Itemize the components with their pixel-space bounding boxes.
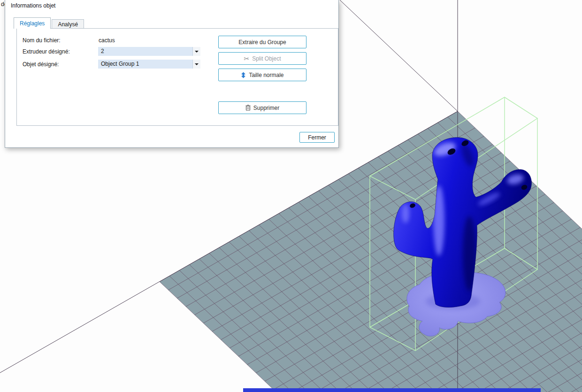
- filename-label: Nom du fichier:: [23, 37, 61, 44]
- trash-icon: [245, 105, 251, 111]
- split-object-button[interactable]: ✂ Split Object: [218, 52, 306, 65]
- extract-group-button[interactable]: Extraire du Groupe: [218, 36, 306, 48]
- tab-analyse[interactable]: Analysé: [52, 19, 84, 29]
- settings-panel: Nom du fichier: cactus Extrudeur désigné…: [16, 28, 338, 126]
- object-group-dropdown[interactable]: Object Group 1: [98, 60, 200, 69]
- object-info-dialog: Informations objet Réglagles Analysé Nom…: [5, 0, 339, 148]
- chevron-down-icon: [192, 60, 200, 69]
- delete-button[interactable]: Supprimer: [218, 101, 306, 114]
- front-edge-strip: [243, 388, 541, 392]
- filename-value: cactus: [99, 37, 115, 44]
- object-group-dropdown-value: Object Group 1: [98, 60, 192, 69]
- resize-vertical-icon: [241, 72, 246, 78]
- normal-size-button[interactable]: Taille normale: [218, 69, 306, 81]
- extruder-label: Extrudeur désigné:: [23, 48, 70, 55]
- extruder-dropdown-value: 2: [98, 47, 192, 56]
- close-button[interactable]: Fermer: [299, 132, 335, 143]
- split-object-label: Split Object: [252, 55, 281, 62]
- object-label: Objet désigné:: [23, 61, 59, 68]
- extract-group-label: Extraire du Groupe: [238, 39, 286, 46]
- close-label: Fermer: [308, 134, 326, 141]
- dialog-tabs: Réglagles Analysé: [14, 17, 85, 29]
- normal-size-label: Taille normale: [249, 72, 283, 78]
- tab-reglages[interactable]: Réglagles: [14, 17, 51, 29]
- dialog-title: Informations objet: [11, 2, 55, 9]
- chevron-down-icon: [192, 47, 200, 56]
- scissors-icon: ✂: [244, 55, 249, 62]
- delete-label: Supprimer: [253, 105, 279, 111]
- extruder-dropdown[interactable]: 2: [98, 47, 200, 56]
